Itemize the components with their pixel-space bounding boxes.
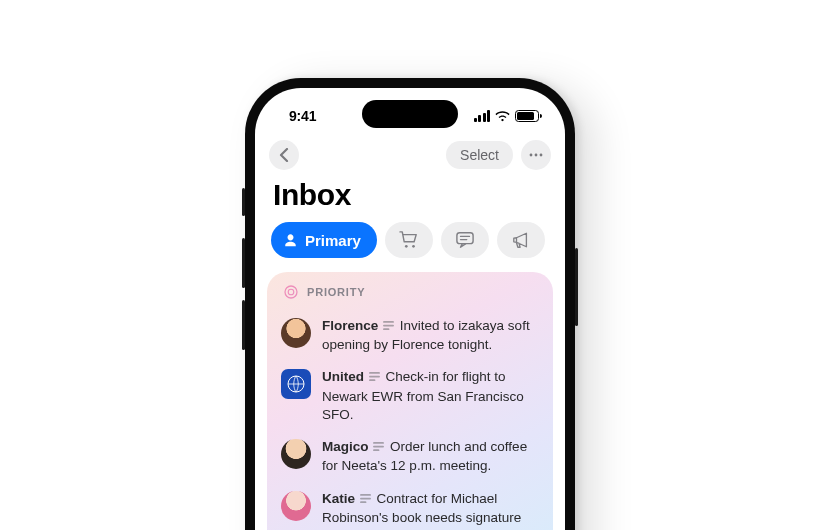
svg-rect-19 xyxy=(373,449,379,451)
dynamic-island xyxy=(362,100,458,128)
svg-point-9 xyxy=(288,289,294,295)
avatar xyxy=(281,491,311,521)
status-time: 9:41 xyxy=(289,108,316,124)
svg-rect-15 xyxy=(369,376,380,378)
more-button[interactable] xyxy=(521,140,551,170)
person-icon xyxy=(283,233,298,248)
svg-rect-5 xyxy=(457,233,473,244)
volume-down-button xyxy=(242,300,245,350)
filter-promotions[interactable] xyxy=(497,222,545,258)
priority-message[interactable]: Florence Invited to izakaya soft opening… xyxy=(281,310,539,361)
apple-intelligence-icon xyxy=(283,284,299,300)
chat-icon xyxy=(455,231,475,249)
category-filters: Primary xyxy=(255,222,565,272)
message-sender: Magico xyxy=(322,439,369,454)
status-indicators xyxy=(474,110,540,122)
wifi-icon xyxy=(495,111,510,122)
svg-point-8 xyxy=(285,286,297,298)
priority-section: PRIORITY Florence Invited to izakaya sof… xyxy=(267,272,553,530)
avatar xyxy=(281,318,311,348)
svg-rect-21 xyxy=(360,497,371,499)
united-logo-icon xyxy=(286,374,306,394)
svg-rect-20 xyxy=(360,494,371,496)
filter-social[interactable] xyxy=(441,222,489,258)
svg-rect-10 xyxy=(383,321,394,323)
back-button[interactable] xyxy=(269,140,299,170)
svg-point-0 xyxy=(530,154,533,157)
priority-header: PRIORITY xyxy=(281,284,539,300)
chevron-left-icon xyxy=(279,148,289,162)
svg-point-2 xyxy=(540,154,543,157)
summary-icon xyxy=(369,369,380,387)
side-button xyxy=(242,188,245,216)
phone-frame: 9:41 Select Inbox xyxy=(245,78,575,530)
cart-icon xyxy=(399,231,419,249)
svg-rect-12 xyxy=(383,328,389,330)
megaphone-icon xyxy=(511,231,531,249)
volume-up-button xyxy=(242,238,245,288)
cellular-icon xyxy=(474,110,491,122)
svg-point-1 xyxy=(535,154,538,157)
page-title: Inbox xyxy=(255,176,565,222)
message-text: Florence Invited to izakaya soft opening… xyxy=(322,317,539,354)
priority-message[interactable]: Katie Contract for Michael Robinson's bo… xyxy=(281,483,539,530)
filter-shopping[interactable] xyxy=(385,222,433,258)
priority-message[interactable]: Magico Order lunch and coffee for Neeta'… xyxy=(281,431,539,482)
svg-rect-14 xyxy=(369,372,380,374)
priority-label: PRIORITY xyxy=(307,286,365,298)
summary-icon xyxy=(383,318,394,336)
svg-rect-17 xyxy=(373,442,384,444)
message-sender: Katie xyxy=(322,491,355,506)
svg-rect-22 xyxy=(360,501,366,503)
power-button xyxy=(575,248,578,326)
svg-point-3 xyxy=(405,245,408,248)
avatar xyxy=(281,369,311,399)
svg-point-4 xyxy=(412,245,415,248)
message-sender: Florence xyxy=(322,318,378,333)
svg-rect-11 xyxy=(383,325,394,327)
ellipsis-icon xyxy=(529,153,543,157)
nav-row: Select xyxy=(255,138,565,176)
summary-icon xyxy=(360,491,371,509)
message-sender: United xyxy=(322,369,364,384)
avatar xyxy=(281,439,311,469)
svg-rect-18 xyxy=(373,446,384,448)
message-text: United Check-in for flight to Newark EWR… xyxy=(322,368,539,424)
svg-rect-16 xyxy=(369,380,375,382)
summary-icon xyxy=(373,439,384,457)
filter-primary[interactable]: Primary xyxy=(271,222,377,258)
filter-primary-label: Primary xyxy=(305,232,361,249)
message-text: Katie Contract for Michael Robinson's bo… xyxy=(322,490,539,530)
screen: 9:41 Select Inbox xyxy=(255,88,565,530)
message-text: Magico Order lunch and coffee for Neeta'… xyxy=(322,438,539,475)
priority-message[interactable]: United Check-in for flight to Newark EWR… xyxy=(281,361,539,431)
battery-icon xyxy=(515,110,539,122)
select-button[interactable]: Select xyxy=(446,141,513,169)
